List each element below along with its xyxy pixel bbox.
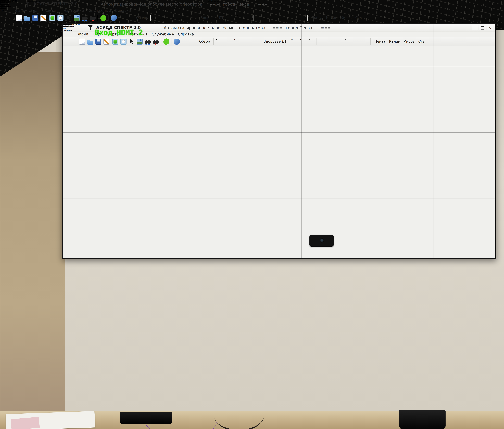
city-suv-button[interactable]: Сув — [355, 16, 362, 20]
monitor-stand — [399, 410, 446, 429]
search-alerts-icon[interactable] — [90, 15, 96, 21]
city-kalin-button[interactable]: Калин — [326, 16, 337, 20]
traffic-light-green-icon[interactable] — [182, 39, 188, 45]
pan-hand-icon[interactable] — [57, 15, 63, 21]
globe-icon[interactable] — [353, 39, 359, 45]
workspace-name: город Пенза — [286, 26, 312, 30]
video-wall-screen: АСУДД СПЕКТР 2.0 Автоматизированное рабо… — [63, 24, 495, 258]
signal-add-icon[interactable]: + — [245, 15, 252, 21]
traffic-light-blue-icon[interactable] — [174, 39, 180, 45]
city-penza-button[interactable]: Пенза — [311, 16, 322, 20]
filter-off-icon[interactable] — [226, 39, 232, 45]
title-decor: ≡≡≡ — [210, 2, 219, 6]
open-icon[interactable] — [87, 39, 93, 45]
menu-service[interactable]: Служебные — [89, 9, 111, 13]
menu-file[interactable]: Файл — [15, 9, 25, 13]
webcam — [309, 235, 334, 246]
undo-icon[interactable]: ↩ — [282, 15, 288, 21]
menu-settings[interactable]: Настройки — [63, 9, 84, 13]
route-icon[interactable] — [254, 39, 261, 45]
filter-apply-icon[interactable]: ✓ — [171, 15, 177, 21]
overview-button[interactable]: Обзор — [136, 16, 147, 20]
map-open-icon[interactable] — [320, 39, 326, 45]
city-kirov-button[interactable]: Киров — [341, 16, 352, 20]
undo-icon[interactable]: ↩ — [345, 39, 351, 45]
monitor-stand — [120, 412, 172, 424]
app-subtitle: Автоматизированное рабочее место операто… — [101, 2, 202, 7]
menu-file[interactable]: Файл — [78, 32, 88, 36]
save-icon[interactable] — [95, 39, 101, 45]
select-mode-icon[interactable] — [49, 15, 55, 21]
route-icon[interactable] — [191, 15, 198, 21]
search-binoculars-icon[interactable] — [82, 15, 88, 21]
menu-service[interactable]: Служебные — [152, 32, 174, 36]
health-button[interactable]: Здоровье ДТ — [264, 39, 287, 44]
menu-view[interactable]: Вид — [30, 9, 38, 13]
title-decor: ≡≡≡ — [273, 26, 282, 30]
maximize-button[interactable]: □ — [479, 25, 486, 30]
filter-apply-icon[interactable]: ✓ — [234, 39, 240, 45]
city-kirov-button[interactable]: Киров — [404, 39, 415, 44]
zoom-add-icon[interactable]: + — [228, 15, 234, 21]
ellipse-add-icon[interactable]: + — [300, 39, 306, 45]
zoom-add-icon[interactable]: + — [291, 39, 297, 45]
search-binoculars-icon[interactable] — [145, 39, 151, 45]
asudd-app-window: АСУДД СПЕКТР 2.0 Автоматизированное рабо… — [63, 24, 495, 258]
workspace-name: город Пенза — [223, 2, 249, 7]
map-marker-icon[interactable] — [328, 39, 334, 45]
city-penza-button[interactable]: Пенза — [374, 39, 385, 44]
new-icon[interactable] — [16, 15, 22, 21]
junction-icon[interactable] — [246, 39, 252, 45]
wall-bezel — [63, 199, 495, 199]
health-button[interactable]: Здоровье ДТ — [201, 16, 224, 20]
hdmi-input-osd: Вход HDMI 2 — [95, 28, 143, 36]
map-3d-icon[interactable] — [337, 39, 343, 45]
menu-help[interactable]: Справка — [115, 9, 131, 13]
imagery-icon[interactable] — [74, 15, 80, 21]
username: gbukondakov — [208, 0, 219, 2]
pan-hand-icon[interactable] — [120, 39, 126, 45]
map-label-street: ул. Терновского — [63, 24, 74, 27]
city-kalin-button[interactable]: Калин — [389, 39, 400, 44]
filter-icon[interactable]: ▾ — [153, 15, 159, 21]
taskbar-clock[interactable]: 13:5621.08.2024 — [0, 0, 9, 4]
app-title: АСУДД СПЕКТР 2.0 — [33, 2, 78, 6]
traffic-light-orange-icon[interactable] — [190, 39, 196, 45]
filter-off-icon[interactable] — [163, 15, 169, 21]
app-logo-icon — [88, 25, 93, 30]
globe-marker-icon[interactable] — [299, 15, 305, 21]
imagery-icon[interactable] — [137, 39, 143, 45]
menu-help[interactable]: Справка — [178, 32, 194, 36]
wall-bezel — [433, 24, 434, 258]
junction-icon[interactable] — [183, 15, 189, 21]
new-icon[interactable] — [79, 39, 85, 45]
search-alerts-icon[interactable] — [153, 39, 159, 45]
map-marker-icon[interactable] — [265, 15, 271, 21]
overview-button[interactable]: Обзор — [199, 39, 210, 44]
app-subtitle: Автоматизированное рабочее место операто… — [164, 26, 265, 30]
menu-map[interactable]: Карта — [44, 9, 56, 13]
cursor-tool-icon[interactable] — [129, 39, 135, 45]
map-open-icon[interactable] — [257, 15, 263, 21]
signal-add-icon[interactable]: + — [308, 39, 315, 45]
globe-icon[interactable] — [290, 15, 296, 21]
close-button[interactable]: × — [486, 25, 493, 30]
edit-icon[interactable] — [40, 15, 46, 21]
wall-bezel — [63, 132, 495, 133]
city-suv-button[interactable]: Сув — [418, 39, 425, 44]
ellipse-add-icon[interactable]: + — [237, 15, 243, 21]
control-room-photo: АСУДД СПЕКТР 2.0 Автоматизированное рабо… — [0, 0, 504, 429]
wall-bezel — [301, 24, 302, 258]
cursor-tool-icon[interactable] — [66, 15, 72, 21]
edit-icon[interactable] — [103, 39, 109, 45]
wall-bezel — [170, 24, 170, 258]
wall-bezel — [63, 67, 495, 67]
map-3d-icon[interactable] — [274, 15, 280, 21]
title-decor: ≡≡≡ — [321, 26, 331, 30]
minimize-button[interactable]: – — [472, 25, 478, 30]
save-icon[interactable] — [32, 15, 38, 21]
zone-icon[interactable] — [162, 38, 170, 45]
globe-marker-icon[interactable] — [362, 39, 368, 45]
select-mode-icon[interactable] — [112, 39, 118, 45]
filter-icon[interactable]: ▾ — [216, 39, 222, 45]
